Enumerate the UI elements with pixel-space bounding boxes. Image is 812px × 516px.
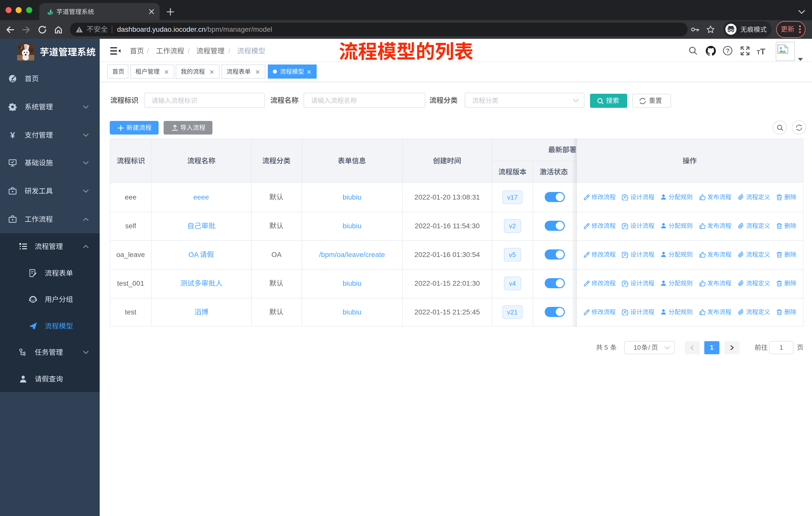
svg-text:¥: ¥: [10, 131, 15, 139]
svg-text:T: T: [757, 49, 760, 55]
svg-text:T: T: [760, 47, 765, 55]
svg-text:?: ?: [726, 47, 729, 54]
